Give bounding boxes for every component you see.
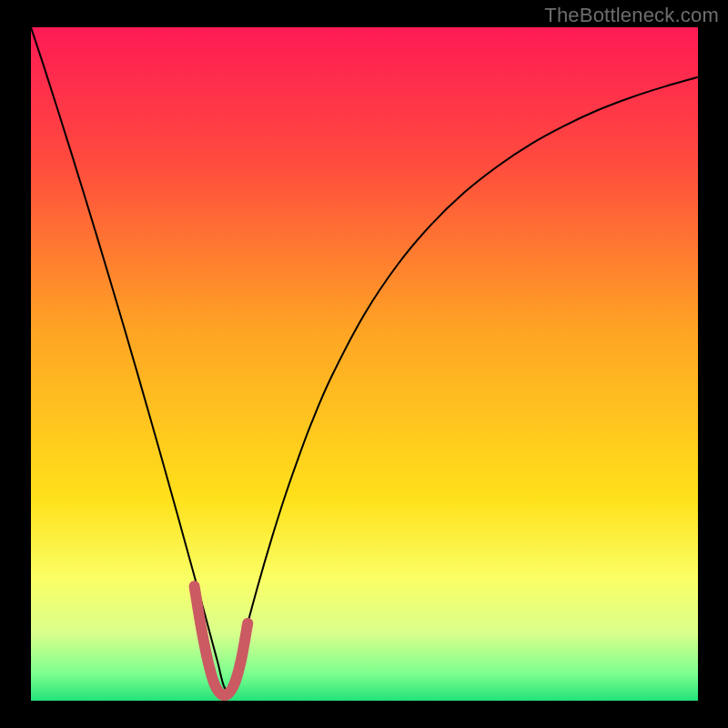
chart-frame: TheBottleneck.com xyxy=(0,0,728,728)
plot-area xyxy=(31,27,698,701)
chart-svg xyxy=(31,27,698,701)
watermark-text: TheBottleneck.com xyxy=(544,4,719,27)
gradient-backdrop xyxy=(31,27,698,701)
